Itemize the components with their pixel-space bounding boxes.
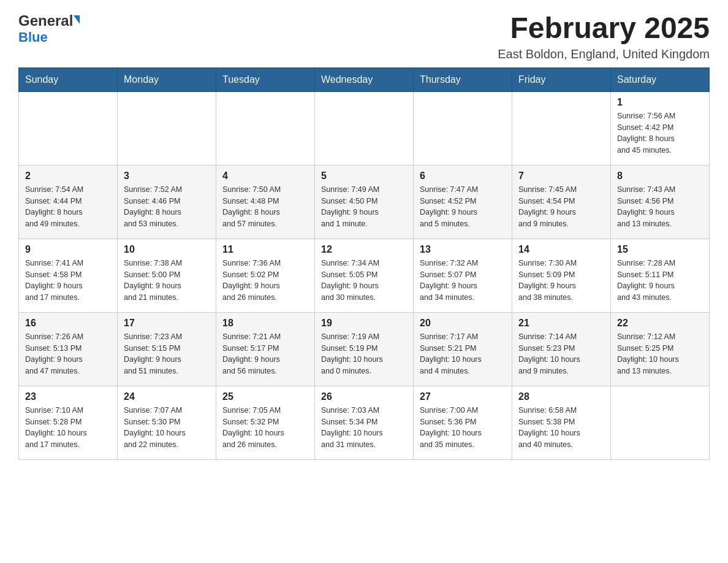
calendar-cell: 3Sunrise: 7:52 AM Sunset: 4:46 PM Daylig… [118,165,216,239]
calendar-cell: 24Sunrise: 7:07 AM Sunset: 5:30 PM Dayli… [118,386,216,459]
logo-general-text: General [18,12,73,29]
calendar-cell: 17Sunrise: 7:23 AM Sunset: 5:15 PM Dayli… [118,312,216,386]
day-info: Sunrise: 7:17 AM Sunset: 5:21 PM Dayligh… [420,331,506,377]
day-info: Sunrise: 7:28 AM Sunset: 5:11 PM Dayligh… [617,258,703,304]
day-info: Sunrise: 7:34 AM Sunset: 5:05 PM Dayligh… [321,258,407,304]
day-info: Sunrise: 7:43 AM Sunset: 4:56 PM Dayligh… [617,184,703,230]
day-number: 1 [617,97,703,108]
day-info: Sunrise: 7:41 AM Sunset: 4:58 PM Dayligh… [25,258,111,304]
calendar-cell [118,91,216,165]
calendar-cell: 6Sunrise: 7:47 AM Sunset: 4:52 PM Daylig… [414,165,512,239]
calendar-cell: 8Sunrise: 7:43 AM Sunset: 4:56 PM Daylig… [611,165,710,239]
logo-blue-text: Blue [18,29,48,45]
week-row-5: 23Sunrise: 7:10 AM Sunset: 5:28 PM Dayli… [19,386,710,459]
calendar-header: Sunday Monday Tuesday Wednesday Thursday… [19,67,710,91]
day-info: Sunrise: 7:00 AM Sunset: 5:36 PM Dayligh… [420,405,506,451]
week-row-2: 2Sunrise: 7:54 AM Sunset: 4:44 PM Daylig… [19,165,710,239]
calendar-cell: 1Sunrise: 7:56 AM Sunset: 4:42 PM Daylig… [611,91,710,165]
day-number: 15 [617,244,703,255]
header-tuesday: Tuesday [216,67,315,91]
calendar-cell: 15Sunrise: 7:28 AM Sunset: 5:11 PM Dayli… [611,239,710,312]
day-number: 16 [25,318,111,329]
day-number: 11 [222,244,308,255]
day-number: 27 [420,391,506,402]
calendar-cell: 5Sunrise: 7:49 AM Sunset: 4:50 PM Daylig… [315,165,414,239]
week-row-3: 9Sunrise: 7:41 AM Sunset: 4:58 PM Daylig… [19,239,710,312]
day-info: Sunrise: 7:23 AM Sunset: 5:15 PM Dayligh… [124,331,210,377]
day-number: 12 [321,244,407,255]
day-info: Sunrise: 7:19 AM Sunset: 5:19 PM Dayligh… [321,331,407,377]
header-thursday: Thursday [414,67,512,91]
calendar-cell: 4Sunrise: 7:50 AM Sunset: 4:48 PM Daylig… [216,165,315,239]
day-number: 22 [617,318,703,329]
day-number: 26 [321,391,407,402]
calendar-cell [512,91,611,165]
logo-arrow-icon [74,15,80,24]
day-number: 5 [321,170,407,182]
day-number: 19 [321,318,407,329]
header-friday: Friday [512,67,611,91]
day-info: Sunrise: 7:52 AM Sunset: 4:46 PM Dayligh… [124,184,210,230]
calendar-cell: 22Sunrise: 7:12 AM Sunset: 5:25 PM Dayli… [611,312,710,386]
day-number: 8 [617,170,703,182]
calendar-body: 1Sunrise: 7:56 AM Sunset: 4:42 PM Daylig… [19,91,710,459]
week-row-4: 16Sunrise: 7:26 AM Sunset: 5:13 PM Dayli… [19,312,710,386]
header-monday: Monday [118,67,216,91]
calendar-cell: 13Sunrise: 7:32 AM Sunset: 5:07 PM Dayli… [414,239,512,312]
day-number: 3 [124,170,210,182]
calendar-cell: 10Sunrise: 7:38 AM Sunset: 5:00 PM Dayli… [118,239,216,312]
day-info: Sunrise: 7:54 AM Sunset: 4:44 PM Dayligh… [25,184,111,230]
page-header: General Blue February 2025 East Boldon, … [18,12,710,61]
day-info: Sunrise: 7:32 AM Sunset: 5:07 PM Dayligh… [420,258,506,304]
calendar-cell: 26Sunrise: 7:03 AM Sunset: 5:34 PM Dayli… [315,386,414,459]
location-text: East Boldon, England, United Kingdom [498,47,710,61]
day-info: Sunrise: 7:45 AM Sunset: 4:54 PM Dayligh… [518,184,604,230]
calendar-cell: 18Sunrise: 7:21 AM Sunset: 5:17 PM Dayli… [216,312,315,386]
day-number: 17 [124,318,210,329]
logo: General Blue [18,12,80,45]
day-number: 13 [420,244,506,255]
calendar-cell [611,386,710,459]
day-number: 14 [518,244,604,255]
day-number: 24 [124,391,210,402]
day-number: 25 [222,391,308,402]
day-number: 6 [420,170,506,182]
day-info: Sunrise: 7:07 AM Sunset: 5:30 PM Dayligh… [124,405,210,451]
calendar-cell: 14Sunrise: 7:30 AM Sunset: 5:09 PM Dayli… [512,239,611,312]
day-info: Sunrise: 7:56 AM Sunset: 4:42 PM Dayligh… [617,110,703,156]
calendar-cell: 25Sunrise: 7:05 AM Sunset: 5:32 PM Dayli… [216,386,315,459]
calendar-cell: 7Sunrise: 7:45 AM Sunset: 4:54 PM Daylig… [512,165,611,239]
day-info: Sunrise: 6:58 AM Sunset: 5:38 PM Dayligh… [518,405,604,451]
title-block: February 2025 East Boldon, England, Unit… [498,12,710,61]
day-info: Sunrise: 7:05 AM Sunset: 5:32 PM Dayligh… [222,405,308,451]
day-info: Sunrise: 7:10 AM Sunset: 5:28 PM Dayligh… [25,405,111,451]
calendar-cell: 9Sunrise: 7:41 AM Sunset: 4:58 PM Daylig… [19,239,118,312]
calendar-cell: 12Sunrise: 7:34 AM Sunset: 5:05 PM Dayli… [315,239,414,312]
week-row-1: 1Sunrise: 7:56 AM Sunset: 4:42 PM Daylig… [19,91,710,165]
day-number: 18 [222,318,308,329]
calendar-cell: 11Sunrise: 7:36 AM Sunset: 5:02 PM Dayli… [216,239,315,312]
calendar-cell [19,91,118,165]
calendar-cell: 27Sunrise: 7:00 AM Sunset: 5:36 PM Dayli… [414,386,512,459]
calendar-cell [216,91,315,165]
day-number: 10 [124,244,210,255]
calendar-cell: 23Sunrise: 7:10 AM Sunset: 5:28 PM Dayli… [19,386,118,459]
day-info: Sunrise: 7:21 AM Sunset: 5:17 PM Dayligh… [222,331,308,377]
month-title: February 2025 [498,12,710,45]
calendar-table: Sunday Monday Tuesday Wednesday Thursday… [18,67,710,460]
day-info: Sunrise: 7:38 AM Sunset: 5:00 PM Dayligh… [124,258,210,304]
calendar-cell: 21Sunrise: 7:14 AM Sunset: 5:23 PM Dayli… [512,312,611,386]
day-info: Sunrise: 7:47 AM Sunset: 4:52 PM Dayligh… [420,184,506,230]
calendar-cell [414,91,512,165]
header-wednesday: Wednesday [315,67,414,91]
day-number: 4 [222,170,308,182]
calendar-cell: 20Sunrise: 7:17 AM Sunset: 5:21 PM Dayli… [414,312,512,386]
day-info: Sunrise: 7:50 AM Sunset: 4:48 PM Dayligh… [222,184,308,230]
day-info: Sunrise: 7:49 AM Sunset: 4:50 PM Dayligh… [321,184,407,230]
day-number: 2 [25,170,111,182]
day-number: 28 [518,391,604,402]
day-info: Sunrise: 7:26 AM Sunset: 5:13 PM Dayligh… [25,331,111,377]
calendar-cell [315,91,414,165]
calendar-cell: 28Sunrise: 6:58 AM Sunset: 5:38 PM Dayli… [512,386,611,459]
calendar-cell: 2Sunrise: 7:54 AM Sunset: 4:44 PM Daylig… [19,165,118,239]
